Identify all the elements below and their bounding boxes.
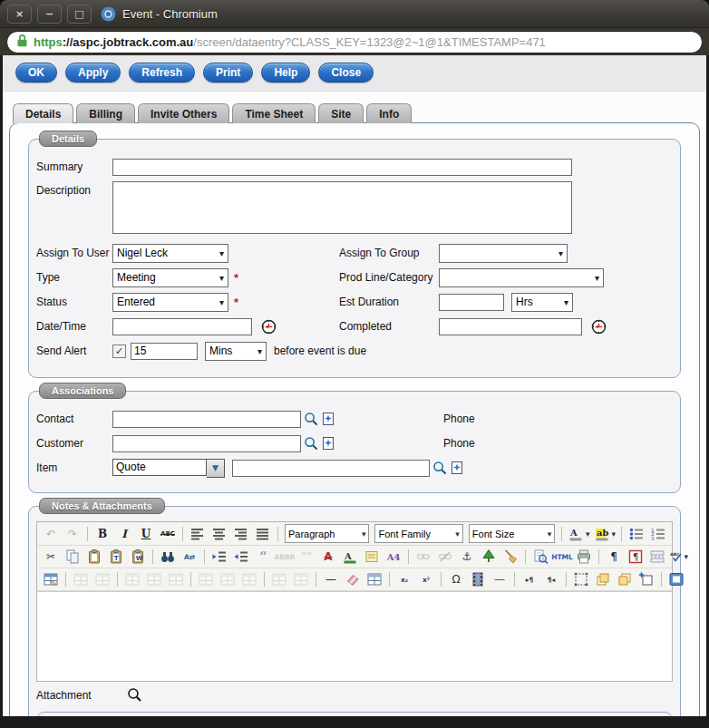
- horizontal-rule-button[interactable]: —: [321, 570, 341, 588]
- subscript-button[interactable]: x₂: [394, 570, 414, 588]
- item-search-icon[interactable]: [432, 461, 447, 475]
- contact-input[interactable]: [112, 411, 301, 428]
- item-type-combo[interactable]: Quote ▼: [112, 459, 225, 478]
- completed-calendar-clock-icon[interactable]: [591, 319, 607, 335]
- apply-button[interactable]: Apply: [65, 63, 121, 83]
- date-time-input[interactable]: [112, 318, 252, 335]
- style-props-button[interactable]: A4: [384, 548, 403, 566]
- edit-html-button[interactable]: HTML: [552, 548, 572, 566]
- align-left-button[interactable]: [188, 525, 208, 543]
- unlink-button[interactable]: [435, 548, 455, 566]
- visual-aid-button[interactable]: [364, 570, 384, 588]
- summary-input[interactable]: [112, 159, 572, 176]
- page-break-button[interactable]: [647, 548, 667, 566]
- insert-col-after-button[interactable]: [218, 570, 238, 588]
- fullscreen-button[interactable]: [666, 570, 686, 588]
- maximize-window-button[interactable]: □: [67, 5, 92, 24]
- insert-image-button[interactable]: [479, 548, 499, 566]
- cleanup-code-button[interactable]: [500, 548, 520, 566]
- numbered-list-button[interactable]: 123: [648, 525, 668, 543]
- table-cell-props-button[interactable]: [92, 570, 112, 588]
- deletion-button[interactable]: A: [318, 548, 338, 566]
- table-row-props-button[interactable]: [71, 570, 91, 588]
- outdent-button[interactable]: [209, 548, 229, 566]
- text-color-button[interactable]: A▾: [567, 525, 590, 543]
- tab-info[interactable]: Info: [366, 103, 412, 123]
- visual-chars-button[interactable]: ¶: [604, 548, 624, 566]
- paragraph-select[interactable]: Paragraph▾: [285, 524, 369, 543]
- bring-forward-button[interactable]: [593, 570, 613, 588]
- font-family-select[interactable]: Font Family▾: [374, 524, 462, 543]
- special-char-button[interactable]: Ω: [446, 570, 466, 588]
- delete-col-button[interactable]: [239, 570, 259, 588]
- preview-button[interactable]: [530, 548, 550, 566]
- insert-col-before-button[interactable]: [196, 570, 216, 588]
- delete-row-button[interactable]: [166, 570, 186, 588]
- highlight-color-button[interactable]: ab▾: [593, 525, 617, 543]
- italic-button[interactable]: I: [114, 525, 134, 543]
- item-new-record-icon[interactable]: [450, 461, 464, 475]
- blockquote-button[interactable]: “: [253, 548, 273, 566]
- status-select[interactable]: Entered: [112, 293, 228, 312]
- bullet-list-button[interactable]: [626, 525, 646, 543]
- description-textarea[interactable]: [112, 181, 572, 234]
- address-bar[interactable]: https://aspc.jobtrack.com.au/screen/data…: [6, 31, 703, 53]
- send-alert-value-input[interactable]: [131, 343, 198, 360]
- quotations-button[interactable]: “”: [296, 548, 316, 566]
- underline-button[interactable]: U: [136, 525, 156, 543]
- strikethrough-button[interactable]: ABC: [158, 525, 178, 543]
- print-button[interactable]: Print: [203, 63, 253, 83]
- item-type-value[interactable]: Quote: [112, 459, 207, 476]
- font-size-select[interactable]: Font Size▾: [469, 524, 555, 543]
- close-button[interactable]: Close: [318, 63, 374, 83]
- assign-to-group-select[interactable]: [439, 244, 568, 263]
- insert-row-before-button[interactable]: [122, 570, 142, 588]
- align-justify-button[interactable]: [253, 525, 273, 543]
- insert-layer-button[interactable]: [636, 570, 656, 588]
- attachment-search-icon[interactable]: [127, 687, 142, 703]
- tab-site[interactable]: Site: [318, 103, 364, 123]
- indent-button[interactable]: [231, 548, 251, 566]
- bold-button[interactable]: B: [92, 525, 112, 543]
- close-window-button[interactable]: ×: [7, 5, 32, 24]
- copy-button[interactable]: [63, 548, 83, 566]
- item-input[interactable]: [232, 460, 430, 477]
- rtl-paragraph-button[interactable]: ¶◂: [541, 570, 561, 588]
- split-cells-button[interactable]: [269, 570, 289, 588]
- find-replace-button[interactable]: A⇄: [180, 548, 199, 566]
- insert-row-after-button[interactable]: [144, 570, 164, 588]
- insert-table-button[interactable]: ✎: [41, 570, 61, 588]
- editor-content-area[interactable]: [37, 591, 672, 681]
- insertion-button[interactable]: A: [340, 548, 360, 566]
- send-backward-button[interactable]: [615, 570, 635, 588]
- tab-time-sheet[interactable]: Time Sheet: [232, 103, 316, 123]
- align-right-button[interactable]: [231, 525, 251, 543]
- align-center-button[interactable]: [209, 525, 229, 543]
- ltr-paragraph-button[interactable]: ▸¶: [520, 570, 539, 588]
- merge-cells-button[interactable]: [291, 570, 311, 588]
- paste-from-word-button[interactable]: W: [128, 548, 148, 566]
- refresh-button[interactable]: Refresh: [129, 63, 195, 83]
- paste-as-text-button[interactable]: T: [106, 548, 126, 566]
- tab-invite-others[interactable]: Invite Others: [138, 103, 229, 123]
- paste-button[interactable]: [84, 548, 104, 566]
- customer-search-icon[interactable]: [304, 436, 318, 451]
- insert-link-button[interactable]: [413, 548, 433, 566]
- print-editor-button[interactable]: [574, 548, 594, 566]
- insert-attributes-button[interactable]: [362, 548, 382, 566]
- date-time-calendar-clock-icon[interactable]: [261, 319, 277, 335]
- spellcheck-button[interactable]: ABC▾: [669, 548, 689, 566]
- contact-new-record-icon[interactable]: [321, 412, 335, 426]
- minimize-window-button[interactable]: −: [37, 5, 62, 24]
- cut-button[interactable]: ✂: [41, 548, 61, 566]
- tab-billing[interactable]: Billing: [76, 103, 135, 123]
- absolute-position-button[interactable]: [571, 570, 591, 588]
- send-alert-unit-select[interactable]: Mins: [205, 342, 267, 361]
- redo-button[interactable]: ↷: [63, 525, 83, 543]
- assign-to-user-select[interactable]: Nigel Leck: [112, 244, 228, 263]
- anchor-button[interactable]: ⚓: [457, 548, 477, 566]
- help-button[interactable]: Help: [261, 63, 310, 83]
- prod-line-category-select[interactable]: [439, 268, 604, 287]
- insert-media-button[interactable]: [468, 570, 488, 588]
- nonbreaking-space-button[interactable]: —: [490, 570, 510, 588]
